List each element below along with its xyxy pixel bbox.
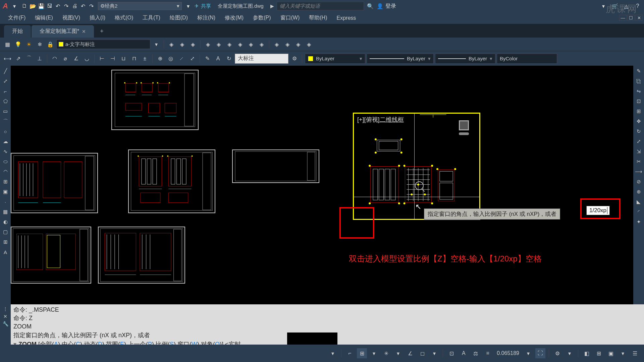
menu-view[interactable]: 视图(V) <box>58 13 84 23</box>
save-icon[interactable]: 💾 <box>38 2 45 10</box>
layer-tool-8-icon[interactable]: ◈ <box>283 40 292 49</box>
rectangle-icon[interactable]: ▭ <box>1 107 9 115</box>
polar-icon[interactable]: ✳ <box>381 348 391 358</box>
print-icon[interactable]: 🖨 <box>71 2 78 10</box>
layer-tool-10-icon[interactable]: ◈ <box>304 40 314 49</box>
dim-baseline-icon[interactable]: ⊢ <box>97 54 107 63</box>
polygon-icon[interactable]: ⬠ <box>1 97 9 105</box>
dimstyle-combo[interactable]: 大标注 <box>235 54 288 64</box>
menu-insert[interactable]: 插入(I) <box>86 13 109 23</box>
menu-modify[interactable]: 修改(M) <box>221 13 248 23</box>
chamfer-icon[interactable]: ◣ <box>635 198 643 206</box>
join-icon[interactable]: ⊕ <box>635 188 643 196</box>
search-input[interactable]: 键入关键字或短语 <box>277 2 364 10</box>
menu-parametric[interactable]: 参数(P) <box>249 13 275 23</box>
menu-dropdown-icon[interactable]: ▾ <box>11 2 18 10</box>
pline-icon[interactable]: ⌐ <box>1 87 9 95</box>
dim-jog-icon[interactable]: ⟋ <box>177 54 186 63</box>
osnap-icon[interactable]: ◻ <box>417 348 427 358</box>
layer-tool-7-icon[interactable]: ◈ <box>272 40 281 49</box>
dim-edit-icon[interactable]: ✎ <box>203 54 212 63</box>
rotate-icon[interactable]: ↻ <box>635 127 643 135</box>
undo-icon[interactable]: ↶ <box>54 2 62 10</box>
freeze-icon[interactable]: ❄ <box>35 40 44 49</box>
offset-icon[interactable]: ⊡ <box>635 97 643 105</box>
xline-icon[interactable]: ⤢ <box>1 77 9 85</box>
menu-file[interactable]: 文件(F) <box>4 13 30 23</box>
tab-close-icon[interactable]: ✕ <box>82 29 86 34</box>
dim-break-icon[interactable]: ⊓ <box>129 54 139 63</box>
grid-icon[interactable]: ⊞ <box>357 348 367 358</box>
dim-tedit-icon[interactable]: A <box>213 54 223 63</box>
menu-tools[interactable]: 工具(T) <box>139 13 164 23</box>
break-icon[interactable]: ⊘ <box>635 178 643 186</box>
scale-list-icon[interactable]: ≡ <box>483 348 493 358</box>
dim-jogged-icon[interactable]: ◡ <box>82 54 92 63</box>
stretch-icon[interactable]: ⇲ <box>635 147 643 156</box>
menu-express[interactable]: Express <box>332 14 360 22</box>
login-button[interactable]: 👤 登录 <box>377 3 396 10</box>
mirror-icon[interactable]: ⇋ <box>635 87 643 95</box>
workspace-dropdown-icon[interactable]: ▾ <box>184 2 192 10</box>
point-icon[interactable]: · <box>1 198 9 206</box>
scale-value[interactable]: 0.065189 <box>495 350 521 356</box>
share-button[interactable]: ✈ 共享 <box>195 3 211 9</box>
arc-icon[interactable]: ⌒ <box>1 117 9 125</box>
redo-icon[interactable]: ↷ <box>63 2 70 10</box>
menu-dimension[interactable]: 标注(N) <box>193 13 219 23</box>
layer-walk-icon[interactable]: ◈ <box>188 40 198 49</box>
mtext-icon[interactable]: A <box>1 248 9 256</box>
tray-icon[interactable]: ☰ <box>630 348 640 358</box>
search-icon[interactable]: 🔍 <box>367 2 374 10</box>
annotation-scale-icon[interactable]: ⚖ <box>471 348 481 358</box>
tab-start[interactable]: 开始 <box>4 25 31 38</box>
dim-linear-icon[interactable]: ⟷ <box>3 54 12 63</box>
dim-aligned-icon[interactable]: ⇗ <box>13 54 23 63</box>
ortho-icon[interactable]: ∠ <box>405 348 415 358</box>
tab-add-button[interactable]: + <box>95 25 109 38</box>
bulb-on-icon[interactable]: 💡 <box>13 40 23 49</box>
workspace-combo[interactable]: ⚙ 经典2 ▾ <box>98 2 182 10</box>
minimize-icon[interactable]: — <box>619 15 627 21</box>
wrench-icon[interactable]: 🔧 <box>3 321 8 326</box>
layer-tool-3-icon[interactable]: ◈ <box>225 40 234 49</box>
dim-inspect-icon[interactable]: ◎ <box>166 54 175 63</box>
close-icon[interactable]: ✕ <box>635 15 643 21</box>
layer-combo[interactable]: a-文字与标注 <box>56 40 150 49</box>
revcloud-icon[interactable]: ☁ <box>1 137 9 145</box>
move-icon[interactable]: ✥ <box>635 117 643 125</box>
snap-dropdown-icon[interactable]: ▾ <box>369 348 379 358</box>
drawing-canvas[interactable]: [+][俯视]二维线框 <box>11 66 633 319</box>
line-icon[interactable]: ╱ <box>1 67 9 75</box>
layer-iso-icon[interactable]: ◈ <box>177 40 187 49</box>
explode-icon[interactable]: ✦ <box>635 218 643 226</box>
undo-arrow-icon[interactable]: ↶ <box>79 2 87 10</box>
tab-active-doc[interactable]: 全屋定制施工图* ✕ <box>32 25 94 38</box>
insert-icon[interactable]: ⊞ <box>1 178 9 186</box>
spline-icon[interactable]: ∿ <box>1 147 9 156</box>
isolate-icon[interactable]: ◧ <box>582 348 592 358</box>
dim-oblique-icon[interactable]: ⤢ <box>187 54 197 63</box>
open-icon[interactable]: 📂 <box>29 2 37 10</box>
scale-dropdown-icon[interactable]: ▾ <box>523 348 533 358</box>
gradient-icon[interactable]: ◐ <box>1 218 9 226</box>
menu-window[interactable]: 窗口(W) <box>276 13 304 23</box>
fillet-icon[interactable]: ◜ <box>635 208 643 216</box>
ucs-icon[interactable]: ⌐ <box>345 348 355 358</box>
chevron-down-icon[interactable]: ▾ <box>152 40 161 49</box>
erase-icon[interactable]: ✎ <box>635 67 643 75</box>
polar-dropdown-icon[interactable]: ▾ <box>393 348 403 358</box>
region-icon[interactable]: ▢ <box>1 228 9 236</box>
lock-icon[interactable]: 🔒 <box>46 40 55 49</box>
copy-icon[interactable]: ⿻ <box>635 77 643 85</box>
menu-help[interactable]: 帮助(H) <box>305 13 331 23</box>
array-icon[interactable]: ⊞ <box>635 107 643 115</box>
vp-max-icon[interactable]: ⛶ <box>535 348 545 358</box>
dynamic-input[interactable]: 1/20xp <box>586 206 610 215</box>
doc-nav-icon[interactable]: ▶ <box>270 3 274 9</box>
dimstyle-manage-icon[interactable]: ⚙ <box>290 54 299 63</box>
dim-angular-icon[interactable]: ∠ <box>71 54 81 63</box>
table-icon[interactable]: ⊞ <box>1 238 9 246</box>
layer-tool-2-icon[interactable]: ◈ <box>214 40 223 49</box>
dim-tolerance-icon[interactable]: ± <box>140 54 150 63</box>
